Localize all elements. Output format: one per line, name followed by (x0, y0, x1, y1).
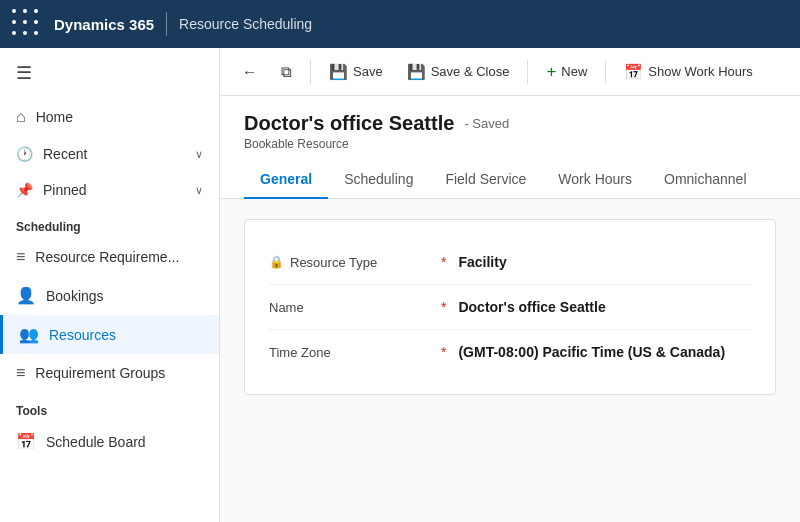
resources-icon: 👥 (19, 325, 39, 344)
save-label: Save (353, 64, 383, 79)
sidebar-item-bookings[interactable]: 👤 Bookings (0, 276, 219, 315)
resource-type-required: * (441, 254, 446, 270)
record-title-row: Doctor's office Seattle - Saved (244, 112, 776, 135)
new-icon: + (546, 62, 556, 82)
sidebar-bookings-label: Bookings (46, 288, 104, 304)
save-button[interactable]: 💾 Save (319, 57, 393, 87)
record-saved-status: - Saved (464, 116, 509, 131)
name-label: Name (269, 300, 429, 315)
sidebar-item-requirement-groups[interactable]: ≡ Requirement Groups (0, 354, 219, 392)
save-icon: 💾 (329, 63, 348, 81)
pinned-chevron: ∨ (195, 184, 203, 197)
toolbar-divider-3 (605, 60, 606, 84)
record-title: Doctor's office Seattle (244, 112, 454, 135)
save-close-icon: 💾 (407, 63, 426, 81)
toolbar-divider-1 (310, 60, 311, 84)
main-layout: ☰ ⌂ Home 🕐 Recent ∨ 📌 Pinned ∨ Schedulin… (0, 48, 800, 522)
tab-field-service[interactable]: Field Service (429, 161, 542, 199)
home-icon: ⌂ (16, 108, 26, 126)
form-row-name: Name * Doctor's office Seattle (269, 285, 751, 330)
schedule-board-icon: 📅 (16, 432, 36, 451)
tab-omnichannel[interactable]: Omnichannel (648, 161, 763, 199)
recent-chevron: ∨ (195, 148, 203, 161)
sidebar: ☰ ⌂ Home 🕐 Recent ∨ 📌 Pinned ∨ Schedulin… (0, 48, 220, 522)
bookings-icon: 👤 (16, 286, 36, 305)
tools-section-label: Tools (0, 392, 219, 422)
tab-scheduling[interactable]: Scheduling (328, 161, 429, 199)
sidebar-item-recent[interactable]: 🕐 Recent ∨ (0, 136, 219, 172)
form-area: 🔒 Resource Type * Facility Name * Doctor… (220, 199, 800, 522)
sidebar-schedule-board-label: Schedule Board (46, 434, 146, 450)
sidebar-item-home[interactable]: ⌂ Home (0, 98, 219, 136)
tab-work-hours[interactable]: Work Hours (542, 161, 648, 199)
sidebar-item-pinned[interactable]: 📌 Pinned ∨ (0, 172, 219, 208)
record-tabs: General Scheduling Field Service Work Ho… (244, 161, 776, 198)
app-title: Dynamics 365 (54, 16, 154, 33)
name-value[interactable]: Doctor's office Seattle (458, 299, 605, 315)
save-close-label: Save & Close (431, 64, 510, 79)
sidebar-pinned-label: Pinned (43, 182, 87, 198)
sidebar-resources-label: Resources (49, 327, 116, 343)
name-required: * (441, 299, 446, 315)
resource-type-label: 🔒 Resource Type (269, 255, 429, 270)
sidebar-item-resource-requirements[interactable]: ≡ Resource Requireme... (0, 238, 219, 276)
popout-icon: ⧉ (281, 63, 292, 81)
top-nav-bar: Dynamics 365 Resource Scheduling (0, 0, 800, 48)
requirements-icon: ≡ (16, 248, 25, 266)
popout-button[interactable]: ⧉ (271, 57, 302, 87)
toolbar-divider-2 (527, 60, 528, 84)
save-close-button[interactable]: 💾 Save & Close (397, 57, 520, 87)
back-icon: ← (242, 63, 257, 80)
scheduling-section-label: Scheduling (0, 208, 219, 238)
pinned-icon: 📌 (16, 182, 33, 198)
hamburger-menu[interactable]: ☰ (0, 48, 219, 98)
lock-icon: 🔒 (269, 255, 284, 269)
sidebar-recent-label: Recent (43, 146, 87, 162)
calendar-icon: 📅 (624, 63, 643, 81)
time-zone-required: * (441, 344, 446, 360)
sidebar-home-label: Home (36, 109, 73, 125)
show-work-hours-label: Show Work Hours (648, 64, 753, 79)
toolbar: ← ⧉ 💾 Save 💾 Save & Close + New 📅 (220, 48, 800, 96)
tab-general[interactable]: General (244, 161, 328, 199)
new-label: New (561, 64, 587, 79)
form-row-time-zone: Time Zone * (GMT-08:00) Pacific Time (US… (269, 330, 751, 374)
record-header: Doctor's office Seattle - Saved Bookable… (220, 96, 800, 199)
record-subtitle: Bookable Resource (244, 137, 776, 151)
new-button[interactable]: + New (536, 56, 597, 88)
form-row-resource-type: 🔒 Resource Type * Facility (269, 240, 751, 285)
recent-icon: 🕐 (16, 146, 33, 162)
time-zone-label: Time Zone (269, 345, 429, 360)
module-title: Resource Scheduling (179, 16, 312, 32)
content-area: ← ⧉ 💾 Save 💾 Save & Close + New 📅 (220, 48, 800, 522)
show-work-hours-button[interactable]: 📅 Show Work Hours (614, 57, 763, 87)
time-zone-value[interactable]: (GMT-08:00) Pacific Time (US & Canada) (458, 344, 725, 360)
sidebar-item-resources[interactable]: 👥 Resources (0, 315, 219, 354)
req-groups-icon: ≡ (16, 364, 25, 382)
app-grid-icon[interactable] (12, 9, 42, 39)
back-button[interactable]: ← (232, 57, 267, 86)
sidebar-item-schedule-board[interactable]: 📅 Schedule Board (0, 422, 219, 461)
sidebar-req-groups-label: Requirement Groups (35, 365, 165, 381)
sidebar-requirements-label: Resource Requireme... (35, 249, 179, 265)
nav-divider (166, 12, 167, 36)
form-card: 🔒 Resource Type * Facility Name * Doctor… (244, 219, 776, 395)
resource-type-value[interactable]: Facility (458, 254, 506, 270)
